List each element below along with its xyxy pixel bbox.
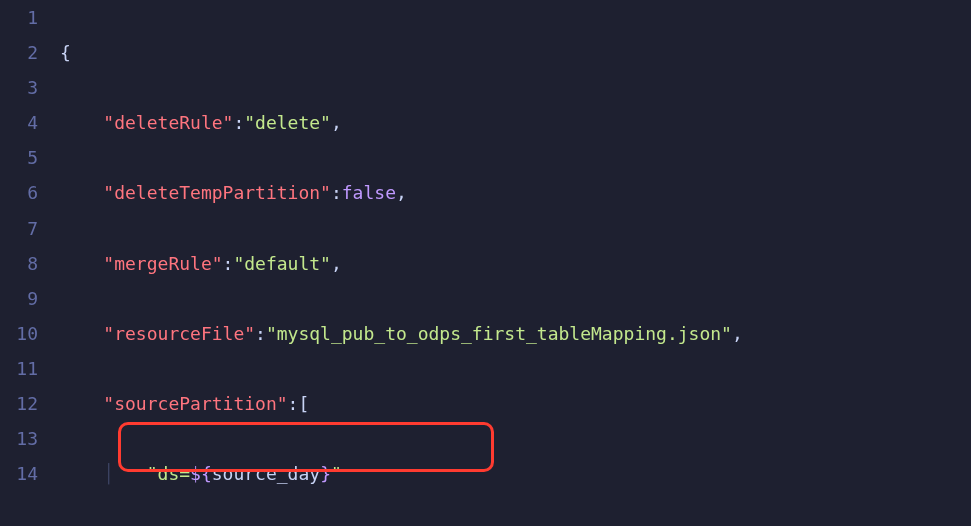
colon-token: : [288, 393, 299, 414]
line-number-gutter: 1 2 3 4 5 6 7 8 9 10 11 12 13 14 [0, 0, 56, 526]
interp-open: ${ [190, 463, 212, 484]
open-brace-token: { [60, 42, 71, 63]
line-number: 6 [0, 175, 38, 210]
indent [60, 323, 103, 344]
json-key: "sourcePartition" [103, 393, 287, 414]
line-number: 3 [0, 70, 38, 105]
indent-guide: │ [103, 463, 146, 484]
interp-close: } [320, 463, 331, 484]
json-key: "deleteTempPartition" [103, 182, 331, 203]
line-number: 7 [0, 211, 38, 246]
comma-token: , [331, 112, 342, 133]
code-area[interactable]: { "deleteRule":"delete", "deleteTempPart… [56, 0, 971, 526]
colon-token: : [331, 182, 342, 203]
line-number: 9 [0, 281, 38, 316]
indent [60, 112, 103, 133]
json-boolean: false [342, 182, 396, 203]
json-key: "resourceFile" [103, 323, 255, 344]
code-line[interactable]: "sourcePartition":[ [60, 386, 971, 421]
code-editor[interactable]: 1 2 3 4 5 6 7 8 9 10 11 12 13 14 { "dele… [0, 0, 971, 526]
comma-token: , [331, 253, 342, 274]
indent [60, 253, 103, 274]
comma-token: , [396, 182, 407, 203]
line-number: 10 [0, 316, 38, 351]
line-number: 11 [0, 351, 38, 386]
json-string: "mysql_pub_to_odps_first_tableMapping.js… [266, 323, 732, 344]
json-key: "deleteRule" [103, 112, 233, 133]
indent [60, 463, 103, 484]
json-string: "ds= [147, 463, 190, 484]
colon-token: : [233, 112, 244, 133]
code-line[interactable]: "mergeRule":"default", [60, 246, 971, 281]
code-line[interactable]: "deleteTempPartition":false, [60, 175, 971, 210]
line-number: 13 [0, 421, 38, 456]
colon-token: : [255, 323, 266, 344]
colon-token: : [223, 253, 234, 274]
open-bracket-token: [ [298, 393, 309, 414]
indent [60, 393, 103, 414]
line-number: 1 [0, 0, 38, 35]
line-number: 8 [0, 246, 38, 281]
interp-var: source_day [212, 463, 320, 484]
line-number: 5 [0, 140, 38, 175]
line-number: 12 [0, 386, 38, 421]
json-string: "default" [233, 253, 331, 274]
code-line[interactable]: { [60, 35, 971, 70]
indent [60, 182, 103, 203]
comma-token: , [732, 323, 743, 344]
json-string-end: " [331, 463, 342, 484]
line-number: 14 [0, 456, 38, 491]
code-line[interactable]: "deleteRule":"delete", [60, 105, 971, 140]
code-line[interactable]: "resourceFile":"mysql_pub_to_odps_first_… [60, 316, 971, 351]
line-number: 4 [0, 105, 38, 140]
code-line[interactable]: │ "ds=${source_day}" [60, 456, 971, 491]
json-string: "delete" [244, 112, 331, 133]
json-key: "mergeRule" [103, 253, 222, 274]
line-number: 2 [0, 35, 38, 70]
